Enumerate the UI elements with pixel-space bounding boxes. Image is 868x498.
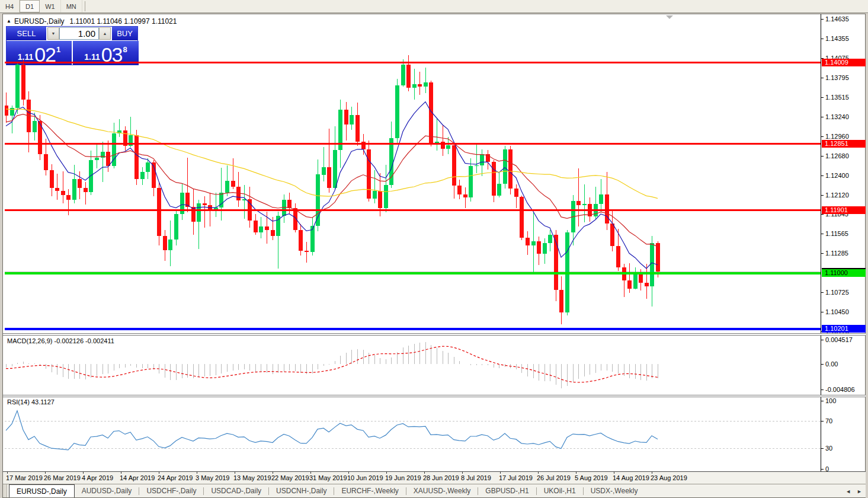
timeframe-button-h4[interactable]: H4 — [0, 0, 20, 12]
macd-tick-mark — [821, 340, 824, 340]
candle-body — [89, 160, 93, 192]
candle-body — [134, 135, 139, 178]
candle-body — [5, 106, 8, 116]
tab-usdcad-daily[interactable]: USDCAD-,Daily — [204, 484, 268, 497]
candle-body — [446, 145, 450, 149]
ma-medium-line — [6, 114, 658, 247]
candle-body — [21, 65, 25, 100]
timeframe-buttons: H4D1W1MN — [0, 0, 82, 12]
candle-wick — [244, 185, 245, 219]
price-tick-label: 1.13795 — [825, 74, 849, 81]
rsi-chart-canvas[interactable] — [5, 397, 821, 471]
candle-body — [582, 204, 587, 205]
pane-divider-macd-rsi[interactable] — [3, 395, 866, 397]
price-line-label: 1.10201 — [822, 325, 866, 333]
candle-wick — [204, 196, 205, 228]
date-label: 26 Mar 2019 — [44, 474, 81, 481]
tab-usdcnh-daily[interactable]: USDCNH-,Daily — [269, 484, 334, 497]
candle-body — [355, 115, 360, 142]
candles-group — [5, 55, 660, 324]
date-tick-mark — [386, 472, 387, 474]
tab-gbpusd-h1[interactable]: GBPUSD-,H1 — [478, 484, 536, 497]
level-line[interactable] — [5, 328, 821, 330]
candle-wick — [103, 142, 103, 182]
date-label: 13 May 2019 — [233, 474, 271, 481]
tab-scroll-right-icon[interactable]: ► — [857, 489, 862, 494]
candle-body — [508, 149, 513, 189]
candle-body — [639, 273, 643, 283]
tab-usdx-weekly[interactable]: USDX-,Weekly — [584, 484, 645, 497]
macd-chart-canvas[interactable] — [5, 336, 821, 395]
level-line[interactable] — [5, 62, 821, 63]
tab-eurusd-daily[interactable]: EURUSD-,Daily — [9, 484, 75, 497]
candle-wick — [97, 144, 97, 168]
timeframe-toolbar: H4D1W1MN — [0, 0, 868, 13]
rsi-tick-label: 100 — [825, 397, 836, 404]
date-tick-mark — [462, 472, 463, 474]
rsi-tick-mark — [821, 448, 824, 449]
tab-scroll-left-icon[interactable]: ◄ — [845, 489, 851, 494]
candle-body — [645, 283, 649, 286]
candle-wick — [465, 187, 466, 208]
date-tick-mark — [7, 472, 8, 474]
date-label: 3 May 2019 — [196, 474, 229, 481]
time-axis[interactable]: 17 Mar 201926 Mar 20194 Apr 201914 Apr 2… — [3, 471, 866, 484]
date-label: 8 Jul 2019 — [461, 474, 491, 481]
level-line[interactable] — [5, 272, 821, 274]
price-tick-mark — [821, 136, 824, 137]
tab-eurchf-weekly[interactable]: EURCHF-,Weekly — [334, 484, 405, 497]
date-label: 17 Jul 2019 — [499, 474, 533, 481]
candle-wick — [578, 168, 579, 226]
tab-xauusd-weekly[interactable]: XAUUSD-,Weekly — [406, 484, 478, 497]
candle-body — [406, 65, 411, 88]
tab-usdchf-daily[interactable]: USDCHF-,Daily — [139, 484, 203, 497]
candle-body — [265, 226, 269, 230]
candle-body — [299, 230, 303, 251]
tab-audusd-daily[interactable]: AUDUSD-,Daily — [75, 484, 139, 497]
chart-shift-marker-icon[interactable] — [666, 15, 673, 19]
price-tick-mark — [821, 39, 824, 39]
timeframe-button-w1[interactable]: W1 — [40, 0, 61, 12]
candle-body — [395, 85, 399, 139]
rsi-tick-mark — [821, 421, 824, 422]
level-line[interactable] — [5, 209, 821, 211]
candle-body — [225, 181, 229, 193]
timeframe-button-mn[interactable]: MN — [61, 0, 82, 12]
date-label: 23 Aug 2019 — [651, 474, 687, 481]
macd-histogram — [6, 342, 658, 388]
candle-body — [457, 186, 462, 194]
price-tick-mark — [821, 156, 824, 157]
date-label: 17 Mar 2019 — [6, 474, 43, 481]
candle-body — [548, 235, 552, 243]
price-tick-label: 1.12680 — [825, 152, 849, 159]
price-tick-label: 1.12120 — [825, 191, 849, 199]
price-axis-line — [821, 14, 821, 471]
macd-tick-mark — [821, 364, 824, 365]
candle-body — [452, 145, 456, 186]
pane-divider-main-macd[interactable] — [3, 333, 866, 336]
tab-ukoil-h1[interactable]: UKOil-,H1 — [537, 484, 583, 497]
level-line[interactable] — [5, 143, 821, 145]
candle-body — [610, 224, 614, 246]
price-tick-label: 1.10725 — [825, 289, 849, 296]
candle-body — [599, 194, 603, 205]
main-chart-canvas[interactable] — [5, 15, 821, 334]
candle-body — [520, 197, 524, 237]
timeframe-button-d1[interactable]: D1 — [20, 0, 40, 12]
date-tick-mark — [652, 472, 652, 474]
candle-wick — [646, 264, 647, 299]
candle-body — [616, 246, 620, 268]
price-tick-label: 1.12960 — [825, 133, 849, 140]
candle-body — [656, 243, 660, 272]
candle-body — [526, 238, 530, 245]
date-label: 4 Apr 2019 — [82, 474, 113, 481]
candle-body — [168, 240, 172, 250]
macd-tick-mark — [821, 390, 824, 390]
tab-list: EURUSD-,DailyAUDUSD-,DailyUSDCHF-,DailyU… — [7, 484, 645, 497]
rsi-tick-label: 70 — [825, 417, 832, 424]
candle-body — [633, 273, 638, 289]
candle-wick — [584, 184, 585, 222]
date-tick-mark — [121, 472, 121, 474]
candle-body — [84, 188, 88, 192]
date-label: 24 Apr 2019 — [158, 474, 193, 481]
